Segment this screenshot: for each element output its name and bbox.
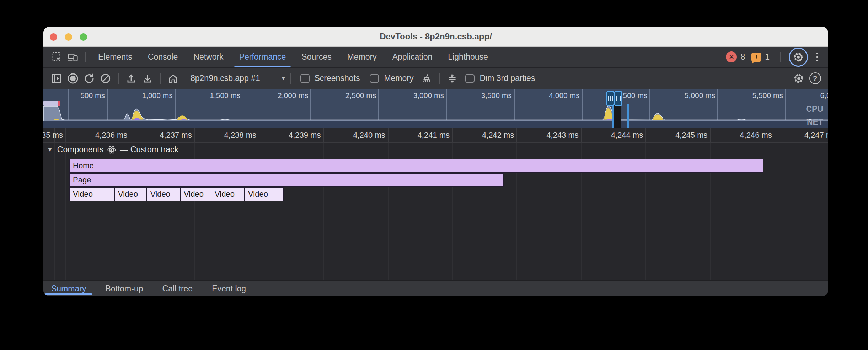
network-lane [43, 121, 828, 128]
close-window-button[interactable] [50, 33, 57, 41]
overview-tick-label: 5,000 ms [685, 91, 715, 100]
tab-label: Performance [239, 52, 286, 62]
clear-recording-button[interactable] [97, 70, 114, 87]
ruler-tick-label: 4,239 ms [289, 131, 321, 140]
ruler-tick-label: 4,238 ms [224, 131, 257, 140]
record-and-reload-button[interactable] [81, 70, 97, 87]
track-suffix: — Custom track [120, 145, 178, 154]
details-tab-bottom-up[interactable]: Bottom-up [104, 281, 144, 296]
ruler-tick-label: 4,236 ms [95, 131, 128, 140]
details-tabbar: SummaryBottom-upCall treeEvent log [43, 280, 828, 296]
dim-3rd-parties-checkbox[interactable]: Dim 3rd parties [465, 73, 535, 83]
ruler-tick-label: 4,244 ms [611, 131, 643, 140]
memory-checkbox[interactable]: Memory [370, 73, 413, 83]
selection-left-handle[interactable] [606, 91, 615, 106]
window-titlebar: DevTools - 8p2n9n.csb.app/ [43, 27, 828, 47]
long-task-red-segment [58, 101, 60, 106]
overview-tick-label: 3,500 ms [481, 91, 511, 100]
more-options-button[interactable] [811, 53, 823, 61]
overview-tick-label: 3,000 ms [413, 91, 444, 100]
details-tab-label: Bottom-up [105, 284, 143, 294]
load-profile-button[interactable] [123, 70, 139, 87]
screenshots-checkbox[interactable]: Screenshots [300, 73, 360, 83]
ruler-tick-label: 4,237 ms [160, 131, 192, 140]
details-tab-label: Call tree [162, 284, 193, 294]
tab-performance[interactable]: Performance [231, 47, 294, 67]
tab-label: Sources [301, 52, 331, 62]
collapse-tracks-button[interactable] [444, 70, 460, 87]
ruler-tick-label: 4,247 ms [804, 131, 828, 140]
cpu-lane-label: CPU [806, 104, 823, 114]
separator [290, 73, 291, 84]
capture-settings-button[interactable] [791, 70, 807, 87]
inspect-element-button[interactable] [48, 49, 65, 65]
span-bar-video[interactable]: Video [147, 188, 181, 201]
span-bar-page[interactable]: Page [70, 174, 503, 186]
tab-elements[interactable]: Elements [90, 47, 140, 67]
target-selector-dropdown[interactable]: 8p2n9n.csb.app #1 ▼ [191, 73, 286, 83]
timeline-ruler[interactable]: 4,235 ms4,236 ms4,237 ms4,238 ms4,239 ms… [43, 128, 828, 143]
live-metrics-button[interactable] [165, 70, 181, 87]
separator [780, 52, 781, 62]
overview-tick-label: 500 ms [80, 91, 105, 100]
toggle-sidebar-button[interactable] [48, 70, 65, 87]
checkbox-box [370, 74, 379, 83]
separator [186, 73, 186, 84]
tab-application[interactable]: Application [385, 47, 440, 67]
save-profile-button[interactable] [139, 70, 156, 87]
span-bar-video[interactable]: Video [181, 188, 211, 201]
tab-sources[interactable]: Sources [294, 47, 339, 67]
collect-garbage-button[interactable] [418, 70, 435, 87]
dim-3rd-parties-label: Dim 3rd parties [479, 73, 535, 83]
zoom-window-button[interactable] [80, 33, 87, 41]
record-button[interactable] [65, 70, 81, 87]
video-bar-row: VideoVideoVideoVideoVideoVideo [70, 188, 283, 201]
separator [160, 73, 161, 84]
tab-network[interactable]: Network [186, 47, 231, 67]
issues-icon[interactable]: ! [751, 53, 761, 62]
tab-lighthouse[interactable]: Lighthouse [440, 47, 496, 67]
performance-toolbar: 8p2n9n.csb.app #1 ▼ Screenshots Memory [43, 67, 828, 89]
checkbox-box [465, 74, 475, 83]
selection-left-line [612, 104, 614, 128]
reload-icon [84, 73, 95, 84]
details-tab-call-tree[interactable]: Call tree [161, 281, 194, 296]
ruler-tick-label: 4,240 ms [353, 131, 385, 140]
overview-tick-label: 6,000 ms [820, 91, 828, 100]
tab-console[interactable]: Console [140, 47, 186, 67]
help-button[interactable]: ? [807, 70, 823, 87]
span-bar-video[interactable]: Video [115, 188, 147, 201]
screen: DevTools - 8p2n9n.csb.app/ ElementsConso… [0, 0, 868, 350]
clear-icon [100, 73, 111, 84]
components-track-header[interactable]: ▼ Components — Custom track [47, 145, 178, 154]
compress-icon [446, 73, 458, 84]
react-atom-icon [107, 145, 116, 154]
tabbar-right-controls: ✕ 8 ! 1 [726, 48, 823, 67]
cpu-activity-scripting [53, 108, 663, 120]
active-details-tab-underline [45, 293, 92, 295]
inspect-icon [51, 51, 62, 63]
overview-tick-label: 1,500 ms [210, 91, 240, 100]
details-tab-event-log[interactable]: Event log [210, 281, 247, 296]
ruler-tick-label: 4,243 ms [546, 131, 579, 140]
flamechart-area[interactable]: ▼ Components — Custom track HomePageVide… [43, 143, 828, 280]
error-count-icon[interactable]: ✕ [726, 51, 737, 62]
span-bar-video[interactable]: Video [70, 188, 115, 201]
warning-exclaim-glyph: ! [755, 53, 757, 61]
error-count: 8 [740, 52, 745, 62]
minimize-window-button[interactable] [65, 33, 72, 41]
devtools-tabbar: ElementsConsoleNetworkPerformanceSources… [43, 47, 828, 67]
overview-tick-label: 4,000 ms [549, 91, 579, 100]
toggle-device-toolbar-button[interactable] [65, 49, 81, 65]
collapse-triangle-icon[interactable]: ▼ [47, 146, 53, 153]
tab-memory[interactable]: Memory [339, 47, 385, 67]
overview-tick-label: 2,500 ms [345, 91, 376, 100]
details-tab-summary[interactable]: Summary [50, 281, 87, 296]
toolbar-right-controls: ? [781, 70, 823, 87]
devtools-settings-button[interactable] [789, 48, 808, 67]
timeline-overview[interactable]: 500 ms1,000 ms1,500 ms2,000 ms2,500 ms3,… [43, 89, 828, 128]
span-bar-video[interactable]: Video [245, 188, 283, 201]
span-bar-video[interactable]: Video [211, 188, 245, 201]
span-bar-home[interactable]: Home [70, 159, 763, 172]
selection-right-handle[interactable] [614, 91, 622, 106]
